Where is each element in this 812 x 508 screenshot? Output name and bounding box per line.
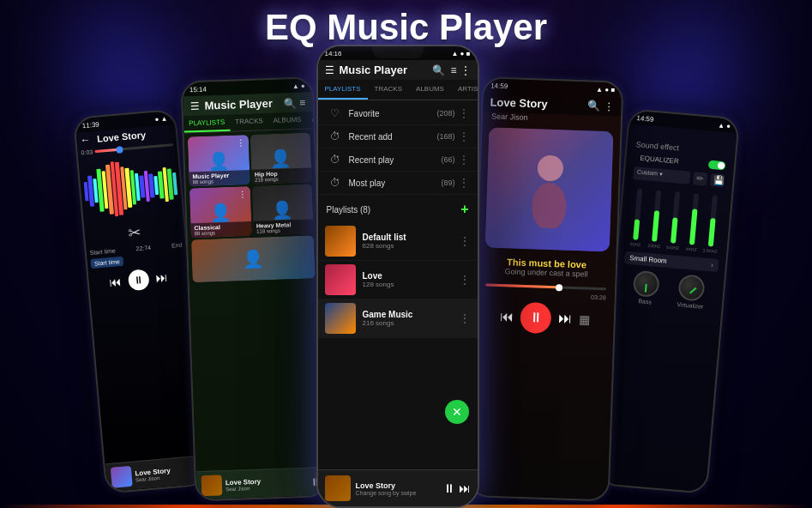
app-title: EQ Music Player [0, 7, 812, 48]
phone3-toolbar: ☰ Music Player 🔍 ≡ ⋮ [318, 60, 478, 80]
phone3-tab-albums[interactable]: ALBUMS [409, 80, 451, 100]
phone4-time-total: 03:28 [591, 294, 606, 301]
phone4-prev-btn[interactable]: ⏮ [499, 309, 514, 325]
tab-playlists[interactable]: PLAYLISTS [183, 115, 230, 133]
eq-band-35khz[interactable]: 3.5KHZ [701, 195, 723, 254]
phone3-filter-icon[interactable]: ≡ [450, 64, 456, 76]
eq-band-4khz-track[interactable] [689, 193, 698, 245]
virtualizer-knob-group: Virtualizer [677, 274, 706, 310]
phone3-search-icon[interactable]: 🔍 [432, 64, 445, 76]
eq-band-4khz[interactable]: 4KHZ [683, 193, 704, 252]
playlist-card-music-player[interactable]: 👤 Music Player 88 songs ⋮ [187, 135, 249, 186]
favorite-more[interactable]: ⋮ [459, 107, 469, 119]
list-item-recent-play[interactable]: ⏱ Recent play (66) ⋮ [318, 148, 478, 172]
phone4-play-btn[interactable]: ⏸ [520, 302, 551, 334]
phone5-eq-bars: 60HZ 230HZ 910HZ [622, 181, 729, 258]
eq-band-35khz-track[interactable] [707, 195, 717, 246]
eq-band-230hz[interactable]: 230HZ [646, 190, 667, 249]
bass-knob-group: Bass [631, 270, 659, 305]
eq-save-btn[interactable]: 💾 [709, 173, 724, 187]
favorite-label: Favorite [349, 109, 437, 118]
playlist-item-game-music[interactable]: Game Music 216 songs ⋮ [318, 299, 478, 338]
phone3-next-icon[interactable]: ⏭ [459, 481, 471, 495]
eq-band-910hz-track[interactable] [670, 191, 679, 243]
phone3-bottom-sub: Change song by swipe [356, 490, 438, 496]
phone3-bottom-controls: ⏸ ⏭ [443, 481, 471, 495]
love-list-name: Love [363, 271, 459, 281]
search-icon[interactable]: 🔍 [283, 96, 296, 109]
phone4-extra-btn[interactable]: ▦ [578, 312, 590, 326]
list-item-favorite[interactable]: ♡ Favorite (208) ⋮ [318, 102, 478, 125]
phone4-seek-thumb[interactable] [555, 284, 562, 291]
bass-knob-indicator [645, 284, 647, 293]
phone5-time: 14:59 [636, 114, 654, 124]
eq-edit-btn[interactable]: ✏ [693, 172, 707, 185]
recent-play-more[interactable]: ⋮ [459, 154, 469, 166]
phone4-seek-fill [485, 283, 558, 288]
phone3-tab-artists[interactable]: ARTISTS [451, 80, 478, 100]
default-list-more[interactable]: ⋮ [459, 234, 471, 248]
phone1-seekbar-thumb[interactable] [116, 146, 123, 154]
phone2-time: 15:14 [189, 85, 206, 94]
card1-more-icon[interactable]: ⋮ [236, 138, 244, 148]
eq-toggle[interactable] [707, 160, 725, 170]
love-list-more[interactable]: ⋮ [459, 273, 471, 287]
prev-btn[interactable]: ⏮ [109, 275, 122, 289]
virtualizer-knob[interactable] [677, 274, 706, 302]
phone3-more-icon[interactable]: ⋮ [460, 64, 471, 76]
phone3-playlists-header: Playlists (8) + [318, 197, 478, 222]
playlist-item-love[interactable]: Love 128 songs ⋮ [318, 261, 478, 299]
filter-icon[interactable]: ≡ [299, 96, 305, 108]
recent-add-more[interactable]: ⋮ [459, 130, 469, 142]
card3-more-icon[interactable]: ⋮ [238, 190, 246, 199]
svg-point-0 [536, 154, 562, 181]
playlist-card-classical[interactable]: 👤 Classical 88 songs ⋮ [189, 186, 250, 238]
tab-albums[interactable]: ALBUMS [268, 112, 307, 130]
hamburger-icon[interactable]: ☰ [189, 100, 199, 112]
eq-band-910hz[interactable]: 910HZ [664, 191, 685, 251]
phone4-next-btn[interactable]: ⏭ [557, 311, 572, 327]
game-music-more[interactable]: ⋮ [459, 311, 471, 325]
phone2-album-art [201, 475, 222, 496]
game-music-info: Game Music 216 songs [363, 310, 459, 327]
virtualizer-label: Virtualizer [677, 301, 703, 310]
phone3-pause-icon[interactable]: ⏸ [443, 481, 455, 495]
phone1-icons: ● ▲ [154, 114, 168, 123]
phone4-search-icon[interactable]: 🔍 [587, 100, 600, 112]
phone3-tab-tracks[interactable]: TRACKS [368, 80, 409, 100]
playlist-card-hiphop[interactable]: 👤 Hip Hop 218 songs [250, 132, 311, 184]
eq-band-60hz-track[interactable] [633, 189, 642, 240]
back-icon[interactable]: ← [79, 134, 90, 147]
phone3-icons: ▲ ● ■ [451, 50, 470, 57]
card1-count: 88 songs [192, 178, 246, 184]
recent-play-label: Recent play [349, 155, 442, 165]
bass-knob[interactable] [632, 270, 660, 299]
phone3-album-art [325, 475, 351, 501]
tab-tracks[interactable]: TRACKS [229, 113, 268, 131]
most-play-more[interactable]: ⋮ [459, 177, 469, 189]
list-item-most-play[interactable]: ⏱ Most play (89) ⋮ [318, 172, 478, 195]
add-playlist-btn[interactable]: + [460, 202, 468, 217]
playlist-card-lovestory[interactable]: 👤 [190, 235, 315, 282]
most-play-label: Most play [349, 178, 442, 188]
start-time-btn[interactable]: Start time [90, 257, 123, 269]
next-btn[interactable]: ⏭ [155, 270, 168, 285]
close-btn[interactable]: ✕ [445, 400, 469, 424]
phone3-tab-playlists[interactable]: PLAYLISTS [318, 80, 368, 100]
playlist-card-heavymetal[interactable]: 👤 Heavy Metal 118 songs [251, 184, 313, 235]
eq-band-60hz-fill [633, 219, 640, 239]
playlist-item-default[interactable]: Default list 628 songs ⋮ [318, 222, 478, 261]
phone3-song-info: Love Story Change song by swipe [356, 481, 438, 496]
phone3-tabs: PLAYLISTS TRACKS ALBUMS ARTISTS [318, 80, 478, 100]
phone4-more-icon[interactable]: ⋮ [604, 100, 614, 112]
phone1-end-label: End [171, 242, 182, 249]
eq-band-60hz[interactable]: 60HZ [627, 188, 648, 247]
eq-band-230hz-track[interactable] [652, 190, 661, 241]
list-item-recent-add[interactable]: ⏱ Recent add (168) ⋮ [318, 125, 478, 148]
love-list-info: Love 128 songs [363, 271, 459, 288]
phone3-hamburger-icon[interactable]: ☰ [325, 64, 334, 76]
phone4-artwork [484, 127, 613, 251]
play-pause-btn[interactable]: ⏸ [127, 269, 149, 291]
bass-label: Bass [631, 297, 657, 305]
virtualizer-knob-indicator [689, 287, 696, 294]
